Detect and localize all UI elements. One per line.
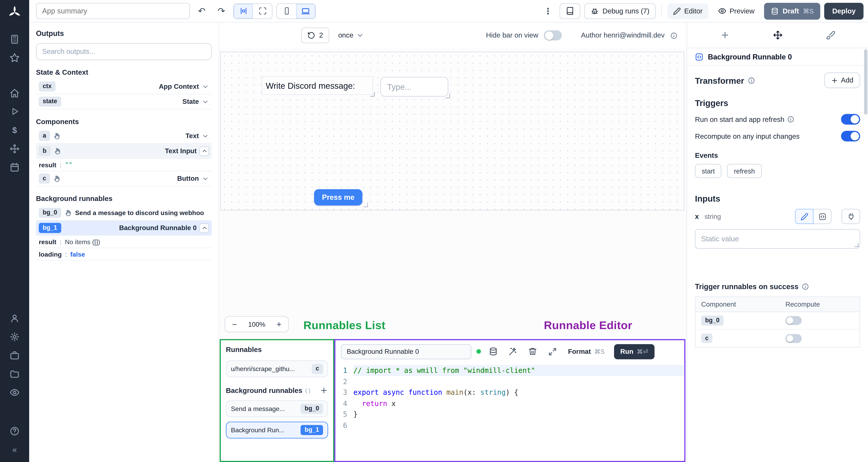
resize-handle-icon[interactable] <box>445 94 450 98</box>
workspace-icon[interactable] <box>4 346 25 364</box>
resize-handle-icon[interactable] <box>364 203 368 207</box>
info-icon[interactable] <box>670 32 678 39</box>
schedules-icon[interactable] <box>4 158 25 176</box>
recompute-label: Recompute on any input changes <box>695 132 800 140</box>
run-on-start-toggle[interactable] <box>841 114 860 125</box>
undo-icon[interactable]: ↶ <box>194 3 210 19</box>
collapse-chevron-up-icon[interactable] <box>199 146 209 156</box>
runnable-name-input[interactable] <box>341 344 471 359</box>
fullscreen-icon[interactable] <box>253 4 272 18</box>
recompute-toggle[interactable] <box>841 131 860 141</box>
info-icon[interactable] <box>787 116 795 123</box>
folders-icon[interactable] <box>4 364 25 383</box>
app-canvas[interactable]: Write Discord message: Type... Press me <box>220 52 684 210</box>
ai-wand-icon[interactable] <box>506 344 520 359</box>
components-tab-icon[interactable] <box>766 26 789 44</box>
transformer-label: Transformer <box>695 75 744 85</box>
debug-runs-button[interactable]: Debug runs (7) <box>585 3 655 19</box>
chevron-down-icon[interactable] <box>202 132 209 139</box>
component-b-label: Text Input <box>165 147 197 155</box>
redo-icon[interactable]: ↷ <box>214 3 229 19</box>
chevron-down-icon[interactable] <box>202 98 209 105</box>
device-toggle-group <box>277 3 316 19</box>
kebab-menu-icon[interactable]: ⋮ <box>540 3 556 19</box>
desktop-icon[interactable] <box>296 4 315 18</box>
refresh-count-button[interactable]: 2 <box>301 28 329 43</box>
result-key: result <box>39 238 57 245</box>
output-row-state[interactable]: state State <box>36 94 212 109</box>
text-component[interactable]: Write Discord message: <box>262 77 373 94</box>
chevron-down-icon[interactable] <box>202 83 209 90</box>
bg0-recompute-toggle[interactable] <box>785 316 802 325</box>
app-summary-input[interactable] <box>36 3 190 19</box>
inputs-title: Inputs <box>695 194 860 203</box>
component-a-label: Text <box>185 132 199 140</box>
docs-button[interactable] <box>560 3 581 19</box>
apps-icon[interactable] <box>4 30 25 48</box>
runs-icon[interactable] <box>4 102 25 121</box>
runnable-item-script[interactable]: u/henri/scrape_githu... c <box>226 360 328 377</box>
help-icon[interactable] <box>4 422 25 440</box>
inspector-tabs <box>687 23 868 48</box>
edit-static-icon[interactable] <box>795 209 813 224</box>
settings-icon[interactable] <box>4 327 25 346</box>
collapse-sidebar-icon[interactable]: « <box>4 440 25 459</box>
insert-component-tab-plus-icon[interactable] <box>713 26 736 44</box>
run-button[interactable]: Run ⌘⏎ <box>614 344 654 359</box>
c-recompute-toggle[interactable] <box>785 334 802 343</box>
draft-button[interactable]: Draft ⌘S <box>764 3 820 20</box>
info-icon[interactable] <box>802 283 809 290</box>
bg1-label: Background Runnable 0 <box>119 224 197 232</box>
favorites-star-icon[interactable] <box>4 48 25 67</box>
deploy-button[interactable]: Deploy <box>825 3 864 20</box>
component-a-badge: a <box>39 131 50 141</box>
variables-icon[interactable]: $ <box>4 121 25 139</box>
output-row-ctx[interactable]: ctx App Context <box>36 79 212 94</box>
home-icon[interactable] <box>4 84 25 102</box>
output-row-bg1[interactable]: bg_1 Background Runnable 0 <box>36 221 212 236</box>
runnable-item-bg1-selected[interactable]: Background Run... bg_1 <box>226 422 328 438</box>
scrollbar[interactable] <box>864 50 867 114</box>
code-editor[interactable]: 123456 // import * as wmill from "windmi… <box>335 363 684 461</box>
layout-toggle-group <box>233 3 273 19</box>
resources-icon[interactable] <box>4 139 25 158</box>
windmill-logo[interactable] <box>7 5 22 20</box>
resize-handle-icon[interactable] <box>370 92 375 97</box>
output-row-b[interactable]: b Text Input <box>36 144 212 159</box>
text-input-component[interactable]: Type... <box>380 77 448 97</box>
expand-icon[interactable] <box>545 344 560 359</box>
editor-button[interactable]: Editor <box>667 3 708 19</box>
recompute-row: Recompute on any input changes <box>695 131 860 141</box>
press-me-button-component[interactable]: Press me <box>314 189 362 205</box>
chevron-down-icon[interactable] <box>202 175 209 182</box>
delete-icon[interactable] <box>525 344 540 359</box>
loading-key: loading <box>39 251 62 257</box>
mobile-icon[interactable] <box>277 4 296 18</box>
add-runnable-button[interactable] <box>320 386 328 395</box>
static-value-input[interactable] <box>695 229 860 249</box>
add-transformer-button[interactable]: Add <box>824 72 860 88</box>
zoom-in-button[interactable]: + <box>270 317 288 332</box>
schedule-mode-dropdown[interactable]: once <box>338 32 364 39</box>
loading-value: false <box>70 251 85 257</box>
code-input-icon[interactable] <box>813 209 831 224</box>
output-row-c[interactable]: c Button <box>36 171 212 186</box>
output-row-a[interactable]: a Text <box>36 129 212 143</box>
cache-icon[interactable] <box>486 344 501 359</box>
runnable-item-bg0[interactable]: Send a message... bg_0 <box>226 400 328 417</box>
user-icon[interactable] <box>4 309 25 327</box>
align-center-icon[interactable] <box>234 4 253 18</box>
zoom-out-button[interactable]: − <box>225 317 244 332</box>
audit-eye-icon[interactable] <box>4 383 25 401</box>
format-button[interactable]: Format ⌘S <box>568 348 604 355</box>
canvas-toolbar-right: Hide bar on view Author henri@windmill.d… <box>486 30 678 40</box>
connect-icon[interactable] <box>842 209 860 224</box>
search-outputs-input[interactable] <box>36 43 212 60</box>
collapse-chevron-up-icon[interactable] <box>199 223 209 233</box>
preview-button[interactable]: Preview <box>712 3 760 19</box>
info-icon[interactable] <box>747 77 755 84</box>
output-row-bg0[interactable]: bg_0 Send a message to discord using web… <box>36 205 212 221</box>
styling-tab-icon[interactable] <box>819 26 842 44</box>
resize-handle-icon[interactable] <box>855 243 859 247</box>
hide-bar-toggle[interactable] <box>544 30 562 40</box>
